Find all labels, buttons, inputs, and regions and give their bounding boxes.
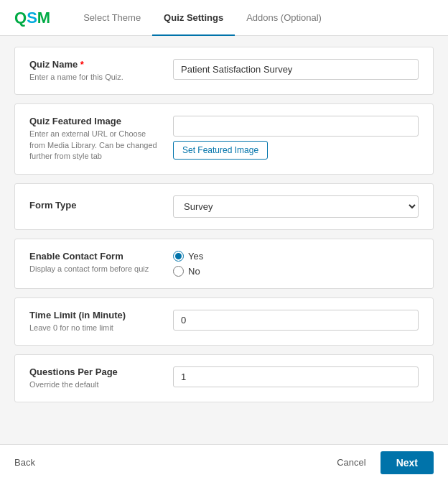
tab-addons[interactable]: Addons (Optional) bbox=[235, 1, 333, 36]
quiz-name-input-col bbox=[173, 59, 419, 80]
logo: QSM bbox=[14, 9, 50, 27]
back-button[interactable]: Back bbox=[14, 453, 35, 472]
quiz-name-label: Quiz Name * bbox=[29, 59, 159, 70]
form-type-label: Form Type bbox=[29, 200, 159, 211]
contact-form-yes-radio[interactable] bbox=[173, 251, 184, 262]
footer-right: Cancel Next bbox=[330, 451, 434, 474]
logo-s: S bbox=[27, 9, 37, 27]
quiz-name-hint: Enter a name for this Quiz. bbox=[29, 72, 159, 83]
quiz-name-card: Quiz Name * Enter a name for this Quiz. bbox=[14, 47, 434, 95]
questions-per-page-input-col bbox=[173, 366, 419, 387]
quiz-name-input[interactable] bbox=[173, 59, 419, 80]
form-type-select-col: Survey Quiz Poll bbox=[173, 195, 419, 218]
time-limit-input-col bbox=[173, 310, 419, 331]
next-button[interactable]: Next bbox=[381, 451, 434, 474]
contact-form-radio-group: Yes No bbox=[173, 251, 419, 277]
quiz-image-input[interactable] bbox=[173, 116, 419, 137]
contact-form-card: Enable Contact Form Display a contact fo… bbox=[14, 239, 434, 289]
quiz-image-input-col: Set Featured Image bbox=[173, 116, 419, 160]
contact-form-no-radio[interactable] bbox=[173, 266, 184, 277]
quiz-image-card: Quiz Featured Image Enter an external UR… bbox=[14, 103, 434, 174]
time-limit-input[interactable] bbox=[173, 310, 419, 331]
contact-form-label: Enable Contact Form bbox=[29, 251, 159, 262]
questions-per-page-input[interactable] bbox=[173, 366, 419, 387]
set-featured-image-button[interactable]: Set Featured Image bbox=[173, 141, 268, 160]
required-marker: * bbox=[80, 59, 84, 70]
contact-form-label-col: Enable Contact Form Display a contact fo… bbox=[29, 251, 159, 274]
tab-quiz-settings[interactable]: Quiz Settings bbox=[152, 1, 235, 36]
quiz-image-label-col: Quiz Featured Image Enter an external UR… bbox=[29, 116, 159, 162]
footer: Back Cancel Next bbox=[0, 444, 448, 480]
form-type-label-col: Form Type bbox=[29, 200, 159, 213]
nav-tabs: Select Theme Quiz Settings Addons (Optio… bbox=[72, 0, 333, 35]
form-type-select[interactable]: Survey Quiz Poll bbox=[173, 195, 419, 218]
questions-per-page-label: Questions Per Page bbox=[29, 366, 159, 377]
form-type-card: Form Type Survey Quiz Poll bbox=[14, 183, 434, 230]
quiz-name-label-col: Quiz Name * Enter a name for this Quiz. bbox=[29, 59, 159, 83]
questions-per-page-hint: Override the default bbox=[29, 379, 159, 390]
cancel-button[interactable]: Cancel bbox=[330, 453, 373, 472]
contact-form-no-label[interactable]: No bbox=[173, 266, 419, 277]
contact-form-options-col: Yes No bbox=[173, 251, 419, 277]
logo-m: M bbox=[37, 9, 50, 27]
header: QSM Select Theme Quiz Settings Addons (O… bbox=[0, 0, 448, 36]
logo-q: Q bbox=[14, 9, 27, 27]
questions-per-page-label-col: Questions Per Page Override the default bbox=[29, 366, 159, 390]
time-limit-hint: Leave 0 for no time limit bbox=[29, 323, 159, 333]
main-content: Quiz Name * Enter a name for this Quiz. … bbox=[0, 36, 448, 444]
time-limit-card: Time Limit (in Minute) Leave 0 for no ti… bbox=[14, 297, 434, 346]
questions-per-page-card: Questions Per Page Override the default bbox=[14, 354, 434, 402]
quiz-image-label: Quiz Featured Image bbox=[29, 116, 159, 126]
quiz-image-hint: Enter an external URL or Choose from Med… bbox=[29, 129, 159, 162]
time-limit-label-col: Time Limit (in Minute) Leave 0 for no ti… bbox=[29, 310, 159, 333]
tab-select-theme[interactable]: Select Theme bbox=[72, 1, 152, 36]
time-limit-label: Time Limit (in Minute) bbox=[29, 310, 159, 320]
contact-form-yes-label[interactable]: Yes bbox=[173, 251, 419, 262]
contact-form-hint: Display a contact form before quiz bbox=[29, 264, 159, 274]
